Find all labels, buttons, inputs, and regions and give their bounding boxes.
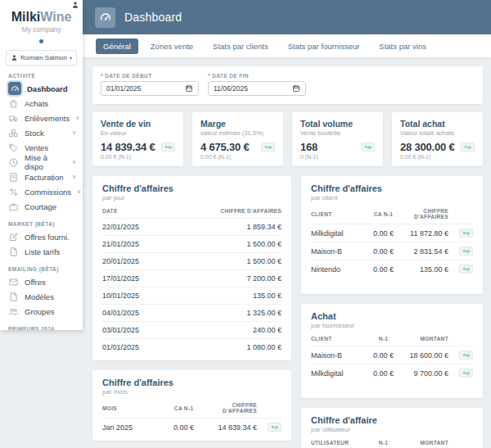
start-date-label: * DATE DE DÉBUT bbox=[101, 73, 199, 79]
sidebar-item-label: Courtage bbox=[25, 202, 56, 211]
table-header: CLIENT CA N-1 CHIFFRE D'AFFAIRES bbox=[311, 206, 473, 224]
end-date-label: * DATE DE FIN bbox=[208, 73, 306, 79]
sidebar-item-groupes[interactable]: Groupes bbox=[0, 304, 83, 319]
trend-badge: +∞ bbox=[268, 423, 282, 432]
mail-icon bbox=[8, 277, 19, 287]
sidebar-item-achats[interactable]: Achats bbox=[0, 96, 83, 111]
tab-zones-vente[interactable]: Zones vente bbox=[143, 38, 200, 54]
stat-value: 28 300.00 € bbox=[400, 141, 454, 153]
end-date-group: * DATE DE FIN bbox=[208, 73, 306, 96]
chevron-down-icon: ∨ bbox=[72, 159, 76, 165]
sidebar-item-dashboard[interactable]: Dashboard bbox=[0, 81, 83, 96]
sidebar-item-label: Modèles bbox=[25, 292, 54, 301]
stat-title: Vente de vin bbox=[101, 119, 175, 129]
stat-subtitle: Valeur totale achats bbox=[400, 129, 475, 137]
tag-icon bbox=[8, 143, 19, 153]
brand-primary: Milki bbox=[11, 10, 41, 24]
table-subtitle: par fournisseur bbox=[311, 322, 473, 329]
table-title: Chiffre d'affaires bbox=[311, 183, 473, 193]
main-content: * DATE DE DÉBUT * DATE DE FIN Vente de v… bbox=[83, 57, 491, 448]
brand-logo: MilkiWine bbox=[0, 11, 83, 24]
trend-badge: +∞ bbox=[459, 247, 473, 256]
start-date-field[interactable] bbox=[101, 81, 199, 96]
sidebar-item-modeles[interactable]: Modèles bbox=[0, 289, 83, 304]
table-subtitle: par mois bbox=[102, 388, 282, 396]
trend-badge: +∞ bbox=[161, 143, 175, 152]
sidebar-item-offres-fourni[interactable]: Offres fourni. bbox=[0, 229, 83, 244]
end-date-input[interactable] bbox=[214, 84, 279, 93]
sidebar-item-courtage[interactable]: Courtage bbox=[0, 199, 83, 214]
table-title: Achat bbox=[311, 311, 473, 321]
purchases-icon bbox=[8, 98, 19, 109]
stat-title: Total achat bbox=[400, 119, 475, 129]
table-row: Nintendo 0.00 € 135.00 € +∞ bbox=[311, 260, 473, 278]
tab-stats-fournisseur[interactable]: Stats par fournisseur bbox=[281, 38, 367, 54]
sidebar-item-offres[interactable]: Offres bbox=[0, 274, 83, 289]
stat-title: Marge bbox=[200, 119, 275, 129]
sidebar-item-stock[interactable]: Stock ∨ bbox=[0, 125, 83, 140]
stat-value: 168 bbox=[300, 141, 318, 153]
sidebar-item-enlevements[interactable]: Enlèvements ∨ bbox=[0, 111, 83, 125]
start-date-input[interactable] bbox=[106, 84, 172, 93]
sidebar-item-label: Achats bbox=[25, 99, 48, 108]
app-screen: Dashboard Général Zones vente Stats par … bbox=[0, 0, 491, 448]
table-row: 01/01/20251 080.00 € bbox=[102, 338, 282, 355]
sidebar-item-liste-tarifs[interactable]: Liste tarifs bbox=[0, 244, 83, 259]
trend-badge: +∞ bbox=[459, 369, 473, 378]
user-menu-button[interactable]: Romain Salmon ▾ bbox=[6, 50, 77, 66]
stat-title: Total volume bbox=[300, 119, 375, 129]
right-column: Chiffre d'affaires par client CLIENT CA … bbox=[301, 176, 483, 448]
table-card-achat-par-fournisseur: Achat par fournisseur CLIENT N-1 MONTANT… bbox=[301, 304, 483, 398]
stat-subtitle: valeur estimée (31.5%) bbox=[200, 129, 275, 137]
clock-icon bbox=[8, 157, 19, 168]
edit-icon bbox=[8, 232, 19, 242]
table-row: 10/01/2025135.00 € bbox=[102, 287, 282, 304]
sidebar-item-mise-a-dispo[interactable]: Mise à dispo ∨ bbox=[0, 155, 83, 170]
table-card-ca-par-jour: Chiffre d'affaires par jour DATE CHIFFRE… bbox=[92, 176, 291, 360]
stat-card-marge: Marge valeur estimée (31.5%) 4 675.30 € … bbox=[192, 112, 283, 166]
sidebar-item-label: Liste tarifs bbox=[25, 247, 60, 256]
stat-previous: 0.00 € (N-1) bbox=[101, 154, 175, 160]
dashboard-header-icon bbox=[95, 7, 115, 28]
table-row: 17/01/20257 200.00 € bbox=[102, 269, 282, 287]
chevron-down-icon: ∨ bbox=[72, 129, 76, 136]
tab-general[interactable]: Général bbox=[96, 38, 138, 54]
template-icon bbox=[8, 292, 19, 302]
end-date-field[interactable] bbox=[208, 81, 306, 96]
table-row: 20/01/20251 500.00 € bbox=[102, 252, 282, 269]
stat-card-vente-de-vin: Vente de vin En valeur 14 839.34 € +∞ 0.… bbox=[92, 112, 183, 166]
sidebar-item-label: Commissions bbox=[25, 188, 71, 197]
section-title-market: MARKET (BÊTA) bbox=[8, 221, 83, 227]
table-header: DATE CHIFFRE D'AFFAIRES bbox=[102, 206, 282, 218]
percent-icon bbox=[8, 187, 19, 197]
sidebar: MilkiWine My company Romain Salmon ▾ ACT… bbox=[0, 0, 83, 330]
truck-icon bbox=[8, 113, 19, 124]
stat-cards-row: Vente de vin En valeur 14 839.34 € +∞ 0.… bbox=[92, 112, 483, 166]
stat-card-total-volume: Total volume Vente bouteille 168 +∞ 0 (N… bbox=[292, 112, 383, 166]
sidebar-item-label: Dashboard bbox=[27, 84, 68, 93]
table-header: CLIENT N-1 MONTANT bbox=[311, 333, 473, 346]
start-date-group: * DATE DE DÉBUT bbox=[101, 73, 199, 96]
dashboard-icon bbox=[8, 82, 21, 95]
page-title: Dashboard bbox=[124, 11, 182, 24]
sidebar-item-label: Offres bbox=[25, 278, 46, 287]
tab-stats-clients[interactable]: Stats par clients bbox=[205, 38, 276, 54]
calendar-icon[interactable] bbox=[185, 84, 193, 93]
tab-stats-vins[interactable]: Stats par vins bbox=[372, 38, 434, 54]
sidebar-item-facturation[interactable]: Facturation ∨ bbox=[0, 170, 83, 184]
table-header: MOIS CA N-1 CHIFFRE D'AFFAIRES bbox=[102, 400, 282, 418]
cubes-icon bbox=[8, 128, 19, 138]
section-title-emailing: EMAILING (BÊTA) bbox=[8, 266, 83, 272]
left-column: Chiffre d'affaires par jour DATE CHIFFRE… bbox=[92, 176, 291, 448]
section-title-activite: ACTIVITÉ bbox=[8, 73, 83, 79]
company-name: My company bbox=[0, 25, 83, 34]
carousel-dot[interactable] bbox=[39, 39, 43, 43]
sidebar-item-label: Offres fourni. bbox=[25, 233, 70, 242]
person-icon bbox=[11, 54, 18, 61]
calendar-icon[interactable] bbox=[292, 84, 300, 93]
chevron-down-icon: ∨ bbox=[77, 188, 81, 195]
chevron-down-icon: ∨ bbox=[72, 174, 76, 180]
user-avatar-icon[interactable] bbox=[71, 1, 79, 9]
sidebar-item-commissions[interactable]: Commissions ∨ bbox=[0, 184, 83, 199]
users-icon bbox=[8, 306, 19, 317]
